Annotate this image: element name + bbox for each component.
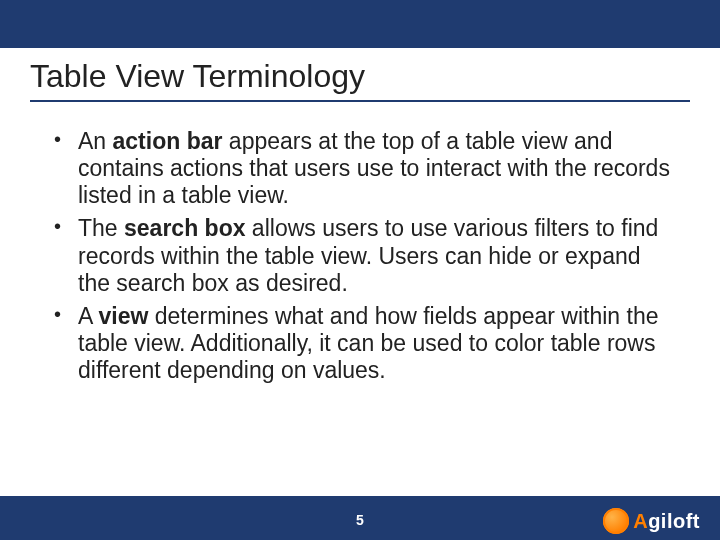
bullet-pre: A [78, 303, 98, 329]
logo: Agiloft [603, 508, 700, 534]
gear-icon [603, 508, 629, 534]
bullet-bold: action bar [113, 128, 223, 154]
bullet-item: • An action bar appears at the top of a … [50, 128, 670, 209]
slide-title: Table View Terminology [30, 58, 365, 95]
bullet-item: • A view determines what and how fields … [50, 303, 670, 384]
title-rule [30, 100, 690, 102]
top-band [0, 0, 720, 48]
bullet-pre: An [78, 128, 113, 154]
bullet-bold: search box [124, 215, 245, 241]
body-text: • An action bar appears at the top of a … [50, 128, 670, 390]
bullet-bold: view [98, 303, 148, 329]
logo-text: Agiloft [633, 510, 700, 533]
logo-text-orange: A [633, 510, 648, 532]
bullet-post: determines what and how fields appear wi… [78, 303, 658, 383]
slide: Table View Terminology • An action bar a… [0, 0, 720, 540]
bullet-item: • The search box allows users to use var… [50, 215, 670, 296]
bullet-marker: • [54, 128, 61, 152]
bullet-marker: • [54, 215, 61, 239]
bullet-marker: • [54, 303, 61, 327]
bullet-pre: The [78, 215, 124, 241]
logo-text-white: giloft [648, 510, 700, 532]
